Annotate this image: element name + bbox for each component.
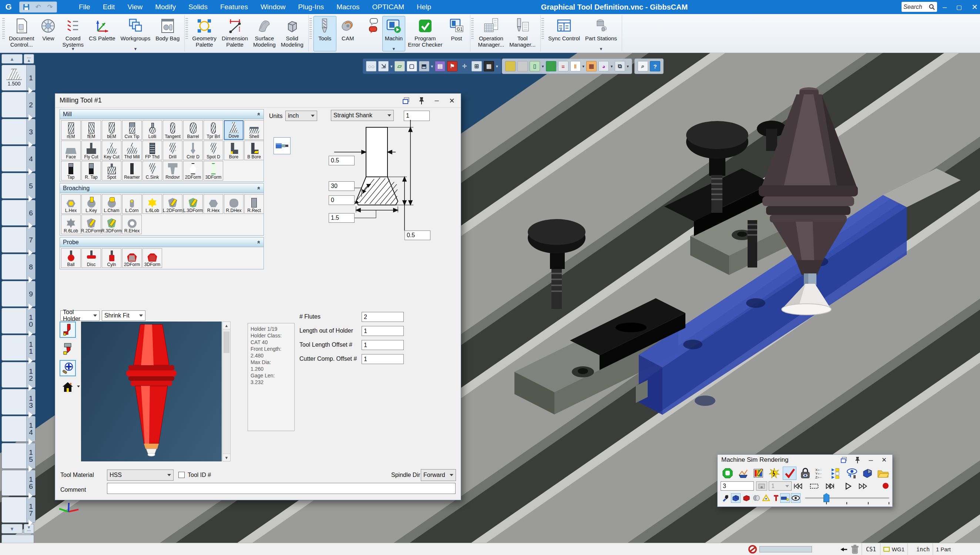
holder-view-zoom-button[interactable] [59, 360, 76, 376]
pin-icon[interactable] [853, 456, 862, 464]
probe-section-header[interactable]: Probe« [60, 237, 263, 247]
angle-field[interactable]: 30 [329, 181, 354, 191]
ribbon-button-tool-manager[interactable]: Tool Manager... [507, 16, 538, 51]
broach-tool-l-3dform[interactable]: L.3DForm [183, 194, 203, 214]
stock-part-icon[interactable] [860, 467, 874, 480]
holder-preview[interactable] [81, 322, 222, 461]
tool-list-scroll-top[interactable]: —▲ [24, 54, 34, 64]
ribbon-button-sync-control[interactable]: Sync Control [545, 16, 582, 51]
mill-tool-cntr-d[interactable]: Cntr D [183, 141, 203, 160]
loop-region-button[interactable] [809, 481, 819, 491]
ribbon-button-program-error-checker[interactable]: Program Error Checker [405, 16, 445, 51]
xyz-readout-icon[interactable]: X=··Y=··Z=·· [814, 467, 828, 480]
holder-style-dropdown[interactable]: Shrink Fit [102, 310, 146, 321]
dialog-minimize-icon[interactable]: – [432, 96, 441, 105]
ribbon-button-body-bag[interactable]: Body Bag [153, 16, 182, 51]
pin-icon[interactable] [417, 96, 426, 105]
trash-icon[interactable] [850, 545, 859, 555]
view-cube-icon[interactable]: ⬒ [419, 61, 429, 71]
mill-tool-barrel[interactable]: Barrel [183, 120, 203, 140]
broaching-section-header[interactable]: Broaching« [60, 183, 263, 193]
holder-scrollbar[interactable]: ▲ ▼ [223, 322, 231, 461]
group-drag-handle[interactable] [2, 18, 5, 39]
holder-type-dropdown[interactable]: Tool Holder [60, 310, 99, 321]
tool-slot-13[interactable]: 13 [2, 389, 35, 415]
group-drag-handle[interactable] [310, 18, 312, 39]
ribbon-button-tools[interactable]: Tools [313, 16, 337, 51]
tool-slot-7[interactable]: 7 [2, 227, 35, 253]
ribbon-button-solid-modeling[interactable]: Solid Modeling [278, 16, 306, 51]
mill-tool-cvx-tip[interactable]: Cvx Tip [122, 120, 142, 140]
mill-tool-drill[interactable]: Drill [163, 141, 183, 160]
bars-orange-icon[interactable]: ‖ [570, 61, 581, 71]
broach-tool-l-hex[interactable]: L.Hex [61, 194, 81, 214]
tool-material-dropdown[interactable]: HSS [107, 470, 173, 481]
menu-opticam[interactable]: OPTICAM [366, 0, 411, 14]
show-toolpost-toggle[interactable] [771, 493, 781, 503]
sim-progress-thumb[interactable] [823, 493, 829, 502]
mill-tool-face[interactable]: Face [61, 141, 81, 160]
show-target-toggle[interactable] [742, 493, 751, 503]
stop-hand-icon[interactable] [720, 467, 734, 480]
broach-tool-r-2dform[interactable]: R.2DForm [82, 215, 101, 234]
ribbon-button-geometry-palette[interactable]: Geometry Palette [189, 16, 219, 51]
units-dropdown[interactable]: inch [285, 111, 317, 121]
ribbon-button-view[interactable]: View [37, 16, 59, 51]
broach-tool-l-corn[interactable]: L.Corn [122, 194, 142, 214]
render-options-icon[interactable] [752, 467, 765, 480]
scroll-down-icon[interactable]: ▼ [223, 454, 230, 461]
ribbon-button-cs-palette[interactable]: CS Palette [86, 16, 118, 51]
mill-tool-r-tap[interactable]: R. Tap [82, 161, 101, 181]
broach-tool-r-dhex[interactable]: R.DHex [224, 194, 244, 214]
dock-icon[interactable] [840, 456, 848, 464]
window-layout-icon[interactable]: ⧉ [615, 61, 625, 71]
tool-slot-10[interactable]: 10 [2, 308, 35, 334]
broach-tool-r-6lob[interactable]: R.6Lob [61, 215, 81, 234]
solid-green-pill-icon[interactable]: ▯ [529, 61, 540, 71]
mill-tool-fem[interactable]: fEM [82, 120, 101, 140]
dock-icon[interactable] [402, 96, 411, 105]
view-face-icon[interactable]: ▱ [395, 61, 405, 71]
dropdown-arrow-icon[interactable]: ▾ [431, 64, 433, 69]
tool-slot-6[interactable]: 6 [2, 200, 35, 226]
ribbon-button-cam[interactable]: CAM [337, 16, 359, 51]
tool-slot-4[interactable]: 4 [2, 146, 35, 172]
mill-tool-b-bore[interactable]: B Bore [244, 141, 264, 160]
menu-window[interactable]: Window [254, 0, 292, 14]
menu-macros[interactable]: Macros [330, 0, 366, 14]
watch-tool-icon[interactable] [845, 467, 859, 480]
mill-tool-spot-d[interactable]: Spot D [204, 141, 223, 160]
tool-slot-14[interactable]: 14 [2, 416, 35, 442]
ribbon-button-post[interactable]: G1Post [445, 16, 468, 51]
tool-style-button[interactable] [274, 137, 290, 154]
mill-tool-thd-mill[interactable]: Thd Mill [122, 141, 142, 160]
holder-view-home-button[interactable] [59, 379, 76, 396]
go-start-button[interactable] [793, 481, 803, 491]
broach-tool-l-6lob[interactable]: L.6Lob [143, 194, 162, 214]
broach-tool-l-key[interactable]: L.Key [82, 194, 101, 214]
dropdown-arrow-icon[interactable]: ▾ [627, 64, 629, 69]
close-button[interactable]: ✕ [972, 3, 978, 11]
open-folder-icon[interactable] [876, 467, 890, 480]
tool-list-scroll-down[interactable]: ▼ [2, 524, 22, 534]
fast-forward-button[interactable] [858, 481, 868, 491]
solid-green-icon[interactable] [546, 61, 556, 71]
ribbon-button-coord-systems[interactable]: Coord Systems▼ [59, 16, 86, 51]
tool-slot-15[interactable]: 15 [2, 443, 35, 469]
cs-axes-icon[interactable]: ✛ [459, 61, 470, 71]
mill-tool-dove[interactable]: Dove [224, 120, 244, 140]
mill-tool-rndovr[interactable]: Rndovr [163, 161, 183, 181]
tool-slot-1[interactable]: 1.5001 [2, 65, 35, 91]
maximize-button[interactable]: ▢ [956, 4, 962, 11]
minimize-button[interactable]: – [943, 3, 947, 11]
collision-icon[interactable] [767, 467, 781, 480]
pin-icon[interactable] [839, 545, 847, 555]
visibility-eye-toggle[interactable] [791, 493, 800, 503]
length-out-of-holder-field[interactable]: 1 [362, 326, 404, 336]
ribbon-button-machin[interactable]: Machin▼ [382, 16, 405, 51]
mill-tool-2dform[interactable]: 2DForm [183, 161, 203, 181]
view-extents-icon[interactable]: ⇲ [378, 61, 388, 71]
probe-tool-ball[interactable]: Ball [61, 248, 81, 268]
mill-tool-bem[interactable]: bEM [102, 120, 121, 140]
cube-add-icon[interactable]: ⊞ [472, 61, 482, 71]
